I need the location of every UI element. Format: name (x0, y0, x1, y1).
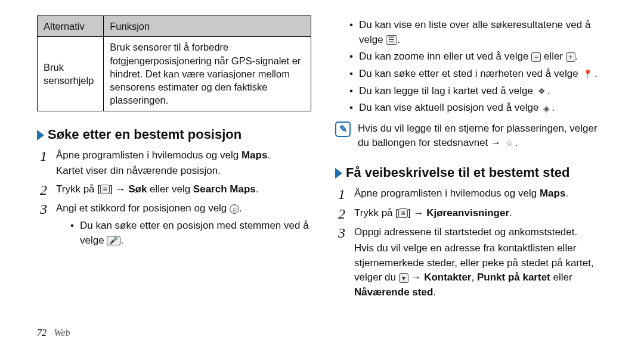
my-location-icon: ◈ (541, 104, 552, 113)
bullet-text: Du kan søke etter et sted i nærheten ved… (359, 67, 609, 82)
step-number: 1 (335, 186, 348, 202)
step-number: 2 (335, 206, 348, 222)
bullet-text: Du kan legge til lag i kartet ved å velg… (359, 84, 609, 99)
bullet-text: Du kan zoome inn eller ut ved å velge − … (359, 49, 609, 64)
bullet-dot: • (69, 219, 75, 248)
section-search-position: Søke etter en bestemt posisjon (37, 127, 311, 142)
step-body: Trykk på [≡] → Søk eller velg Search Map… (56, 182, 311, 198)
search-icon: ⌕ (230, 204, 239, 214)
step-body: Oppgi adressene til startstedet og ankom… (354, 225, 609, 300)
note-icon: ✎ (335, 121, 351, 137)
menu-icon: ≡ (100, 185, 110, 194)
voice-icon: 🎤 (107, 236, 120, 245)
menu-icon: ≡ (398, 208, 408, 218)
section-title: Få veibeskrivelse til et bestemt sted (346, 165, 569, 180)
note-box: ✎ Hvis du vil legge til en stjerne for p… (335, 121, 609, 150)
chevron-icon (37, 130, 44, 141)
note-text: Hvis du vil legge til en stjerne for pla… (358, 121, 609, 150)
bullet-text: Du kan vise en liste over alle søkeresul… (359, 18, 609, 47)
bullet-dot: • (348, 18, 354, 47)
star-icon: ☆ (504, 139, 515, 147)
step-body: Åpne programlisten i hvilemodus og velg … (354, 186, 609, 202)
bullet-text: Du kan vise aktuell posisjon ved å velge… (359, 101, 609, 116)
bullet-dot: • (348, 49, 354, 64)
step-body: Angi et stikkord for posisjonen og velg … (56, 201, 311, 250)
step-number: 2 (37, 182, 50, 198)
bullet-text: Du kan søke etter en posisjon med stemme… (80, 219, 311, 248)
step-number: 3 (335, 225, 348, 300)
list-icon: ☰ (386, 35, 397, 45)
section-title: Søke etter en bestemt posisjon (48, 127, 242, 142)
td-alt: Bruk sensorhjelp (38, 37, 104, 111)
step-number: 3 (37, 201, 50, 250)
section-directions: Få veibeskrivelse til et bestemt sted (335, 165, 609, 180)
zoom-out-icon: − (531, 52, 541, 62)
page-footer: 72 Web (37, 328, 70, 338)
place-icon: 📍 (581, 70, 595, 78)
layers-icon: ❖ (536, 87, 547, 95)
bullet-dot: • (348, 67, 354, 82)
step-body: Trykk på [≡] → Kjøreanvisninger. (354, 206, 609, 222)
options-table: Alternativ Funksjon Bruk sensorhjelp Bru… (37, 15, 311, 111)
step-number: 1 (37, 148, 50, 179)
chevron-icon (335, 168, 342, 179)
chapter-name: Web (54, 328, 70, 338)
page-number: 72 (37, 328, 47, 338)
td-func: Bruk sensorer til å forbedre fotgjengerp… (104, 37, 311, 111)
step-body: Åpne programlisten i hvilemodus og velg … (56, 148, 311, 179)
dropdown-icon: ▾ (399, 273, 408, 283)
bullet-dot: • (348, 101, 354, 116)
th-funksjon: Funksjon (104, 16, 311, 37)
bullet-dot: • (348, 84, 354, 99)
th-alternativ: Alternativ (38, 16, 104, 37)
zoom-in-icon: + (566, 52, 575, 62)
